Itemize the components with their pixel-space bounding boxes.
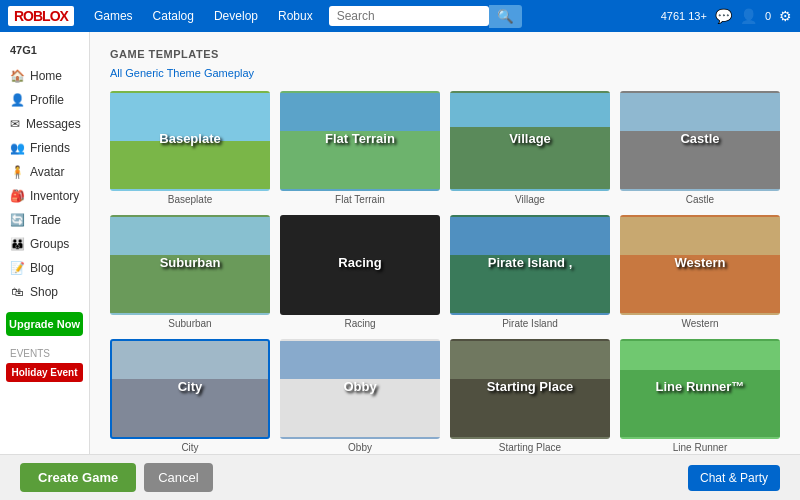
top-nav: ROBLOX Games Catalog Develop Robux 🔍 476…	[0, 0, 800, 32]
template-big-title-castle: Castle	[630, 132, 770, 146]
template-label-western: Western	[681, 318, 718, 329]
sidebar-item-friends[interactable]: 👥 Friends	[0, 136, 89, 160]
sidebar-label-inventory: Inventory	[30, 189, 79, 203]
template-item-starting[interactable]: Starting PlaceStarting Place	[450, 339, 610, 453]
template-item-line-runner[interactable]: Line Runner™Line Runner	[620, 339, 780, 453]
template-thumb-castle: Castle	[620, 91, 780, 191]
template-item-baseplate[interactable]: BaseplateBaseplate	[110, 91, 270, 205]
template-thumb-racing: Racing	[280, 215, 440, 315]
template-big-title-suburban: Suburban	[120, 256, 260, 270]
sidebar-user-id: 47G1	[0, 40, 89, 64]
cancel-button[interactable]: Cancel	[144, 463, 212, 492]
sidebar-item-blog[interactable]: 📝 Blog	[0, 256, 89, 280]
content-area: GAME TEMPLATES All Generic Theme Gamepla…	[90, 32, 800, 454]
avatar-icon: 🧍	[10, 165, 24, 179]
template-big-title-line-runner: Line Runner™	[630, 380, 770, 394]
bottom-bar: Create Game Cancel Chat & Party	[0, 454, 800, 500]
trade-icon: 🔄	[10, 213, 24, 227]
sidebar-item-home[interactable]: 🏠 Home	[0, 64, 89, 88]
template-label-pirate: Pirate Island	[502, 318, 558, 329]
profile-icon: 👤	[10, 93, 24, 107]
template-big-title-racing: Racing	[290, 256, 430, 270]
template-item-pirate[interactable]: Pirate Island ,Pirate Island	[450, 215, 610, 329]
inventory-icon: 🎒	[10, 189, 24, 203]
template-label-baseplate: Baseplate	[168, 194, 212, 205]
sidebar-item-profile[interactable]: 👤 Profile	[0, 88, 89, 112]
sidebar-label-avatar: Avatar	[30, 165, 64, 179]
template-item-village[interactable]: VillageVillage	[450, 91, 610, 205]
nav-develop[interactable]: Develop	[206, 5, 266, 27]
sidebar-item-shop[interactable]: 🛍 Shop	[0, 280, 89, 304]
chat-icon-btn[interactable]: 💬	[715, 8, 732, 24]
sidebar-item-messages[interactable]: ✉ Messages 1	[0, 112, 89, 136]
template-item-castle[interactable]: CastleCastle	[620, 91, 780, 205]
holiday-event-button[interactable]: Holiday Event	[6, 363, 83, 382]
settings-icon-btn[interactable]: ⚙	[779, 8, 792, 24]
template-label-flat-terrain: Flat Terrain	[335, 194, 385, 205]
template-thumb-flat-terrain: Flat Terrain	[280, 91, 440, 191]
templates-grid: BaseplateBaseplateFlat TerrainFlat Terra…	[110, 91, 780, 454]
sidebar: 47G1 🏠 Home 👤 Profile ✉ Messages 1 👥 Fri…	[0, 32, 90, 454]
template-item-obby[interactable]: ObbyObby	[280, 339, 440, 453]
template-label-castle: Castle	[686, 194, 714, 205]
nav-robux[interactable]: Robux	[270, 5, 321, 27]
section-title: GAME TEMPLATES	[110, 48, 780, 60]
template-label-city: City	[181, 442, 198, 453]
sidebar-item-groups[interactable]: 👪 Groups	[0, 232, 89, 256]
friends-icon: 👥	[10, 141, 24, 155]
friends-icon-btn[interactable]: 👤	[740, 8, 757, 24]
shop-icon: 🛍	[10, 285, 24, 299]
template-big-title-western: Western	[630, 256, 770, 270]
user-id-label: 4761 13+	[661, 10, 707, 22]
template-item-racing[interactable]: RacingRacing	[280, 215, 440, 329]
template-big-title-baseplate: Baseplate	[120, 132, 260, 146]
nav-right: 4761 13+ 💬 👤 0 ⚙	[661, 8, 792, 24]
template-thumb-pirate: Pirate Island ,	[450, 215, 610, 315]
main-layout: 47G1 🏠 Home 👤 Profile ✉ Messages 1 👥 Fri…	[0, 32, 800, 454]
template-thumb-western: Western	[620, 215, 780, 315]
template-label-racing: Racing	[344, 318, 375, 329]
filter-link[interactable]: All Generic Theme Gameplay	[110, 67, 254, 79]
template-item-suburban[interactable]: SuburbanSuburban	[110, 215, 270, 329]
template-label-line-runner: Line Runner	[673, 442, 727, 453]
template-label-village: Village	[515, 194, 545, 205]
sidebar-item-trade[interactable]: 🔄 Trade	[0, 208, 89, 232]
template-thumb-line-runner: Line Runner™	[620, 339, 780, 439]
template-big-title-obby: Obby	[290, 380, 430, 394]
search-input[interactable]	[329, 6, 489, 26]
search-button[interactable]: 🔍	[489, 5, 522, 28]
template-label-suburban: Suburban	[168, 318, 211, 329]
groups-icon: 👪	[10, 237, 24, 251]
sidebar-label-messages: Messages	[26, 117, 81, 131]
template-item-city[interactable]: CityCity	[110, 339, 270, 453]
sidebar-label-groups: Groups	[30, 237, 69, 251]
template-thumb-suburban: Suburban	[110, 215, 270, 315]
nav-catalog[interactable]: Catalog	[145, 5, 202, 27]
template-big-title-village: Village	[460, 132, 600, 146]
sidebar-label-home: Home	[30, 69, 62, 83]
template-item-western[interactable]: WesternWestern	[620, 215, 780, 329]
events-label: Events	[0, 344, 89, 361]
template-thumb-obby: Obby	[280, 339, 440, 439]
template-label-obby: Obby	[348, 442, 372, 453]
sidebar-item-inventory[interactable]: 🎒 Inventory	[0, 184, 89, 208]
template-thumb-baseplate: Baseplate	[110, 91, 270, 191]
upgrade-button[interactable]: Upgrade Now	[6, 312, 83, 336]
sidebar-label-blog: Blog	[30, 261, 54, 275]
sidebar-label-shop: Shop	[30, 285, 58, 299]
template-big-title-city: City	[120, 380, 260, 394]
template-big-title-flat-terrain: Flat Terrain	[290, 132, 430, 146]
sidebar-item-avatar[interactable]: 🧍 Avatar	[0, 160, 89, 184]
template-thumb-starting: Starting Place	[450, 339, 610, 439]
template-big-title-pirate: Pirate Island ,	[460, 256, 600, 270]
template-thumb-city: City	[110, 339, 270, 439]
create-game-button[interactable]: Create Game	[20, 463, 136, 492]
nav-games[interactable]: Games	[86, 5, 141, 27]
blog-icon: 📝	[10, 261, 24, 275]
logo: ROBLOX	[8, 6, 74, 26]
robux-count: 0	[765, 10, 771, 22]
template-item-flat-terrain[interactable]: Flat TerrainFlat Terrain	[280, 91, 440, 205]
messages-icon: ✉	[10, 117, 20, 131]
template-thumb-village: Village	[450, 91, 610, 191]
chat-party-button[interactable]: Chat & Party	[688, 465, 780, 491]
